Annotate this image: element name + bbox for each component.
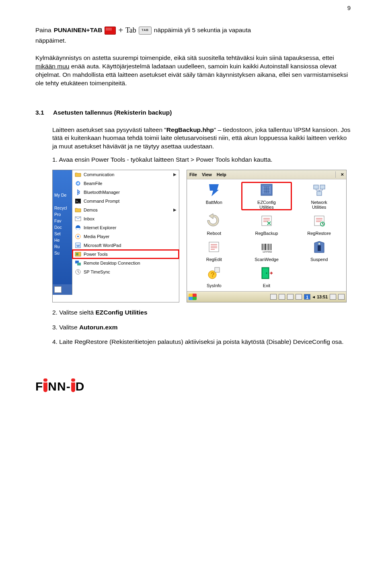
menu-item-label: BluetoothManager [84, 189, 120, 195]
svg-rect-12 [77, 263, 81, 265]
desktop-cut-label: He [54, 237, 72, 243]
logo-i-icon [43, 382, 47, 392]
lead-bold-combo: PUNAINEN+TAB [54, 26, 103, 35]
footer-logo: F NN- D [35, 378, 351, 395]
programs-menu: Communication▶BeamFileBluetoothManager>_… [72, 170, 179, 295]
tool-label: Reboot [207, 231, 221, 236]
menu-item-beamfile[interactable]: BeamFile [72, 179, 179, 188]
tool-reboot[interactable]: Reboot [189, 214, 239, 236]
menubar: File View Help × [187, 170, 346, 179]
menu-item-demos[interactable]: Demos▶ [72, 206, 179, 214]
chevron-right-icon: ▶ [173, 172, 177, 177]
desktop-cut-label: Recycl [54, 205, 72, 211]
menu-item-label: BeamFile [84, 181, 102, 187]
menu-item-inbox[interactable]: Inbox [72, 214, 179, 223]
start-flag-icon[interactable] [189, 294, 197, 300]
tray-icon[interactable] [287, 294, 294, 300]
menu-item-power-tools[interactable]: Power Tools [72, 250, 179, 259]
desktop-cut-label: Su [54, 250, 72, 256]
svg-rect-16 [314, 185, 318, 189]
tool-sysinfo[interactable]: ?SysInfo [189, 266, 239, 288]
menu-item-label: Remote Desktop Connection [84, 260, 140, 266]
menu-item-label: Media Player [84, 234, 109, 240]
step-2: 2. Valitse sieltä EZConfig Utilities [52, 308, 351, 317]
taskbar-clock: 13:51 [317, 294, 328, 300]
plus-icon: + [118, 25, 123, 36]
menu-item-label: Inbox [84, 216, 94, 222]
screenshot-power-tools: File View Help × BattMonEZConfigUtilitie… [187, 170, 347, 302]
menu-item-internet-explorer[interactable]: Internet Explorer [72, 223, 179, 232]
menu-item-media-player[interactable]: Media Player [72, 232, 179, 241]
tool-ezconfig-utilities[interactable]: EZConfigUtilities [242, 183, 292, 210]
paragraph-2: Laitteen asetukset saa pysyvästi talteen… [52, 126, 351, 151]
tool-label: RegBackup [255, 231, 278, 236]
tool-regrestore[interactable]: RegRestore [294, 214, 344, 236]
tool-exit[interactable]: Exit [242, 266, 292, 288]
chevron-left-icon[interactable]: ◂ [312, 294, 315, 300]
tool-label: SysInfo [207, 283, 222, 288]
close-icon[interactable]: × [341, 171, 344, 178]
tool-regbackup[interactable]: RegBackup [242, 214, 292, 236]
page-number: 9 [347, 4, 351, 12]
tray-icon[interactable] [296, 294, 302, 300]
step-3: 3. Valitse Autorun.exm [52, 323, 351, 332]
menu-item-label: Microsoft WordPad [84, 243, 121, 249]
svg-rect-30 [263, 268, 268, 278]
svg-point-31 [266, 272, 267, 273]
svg-rect-18 [317, 191, 322, 195]
tool-icon [207, 214, 221, 230]
desktop-cut-label: Ru [54, 244, 72, 250]
step2-bold: EZConfig Utilities [95, 309, 147, 316]
menu-item-microsoft-wordpad[interactable]: WMicrosoft WordPad [72, 241, 179, 250]
taskbar: 1 ◂ 13:51 [187, 291, 346, 302]
desktop-cut-label: Fav [54, 218, 72, 224]
menu-item-sp-timesync[interactable]: SP TimeSync [72, 267, 179, 276]
step3-a: 3. Valitse [52, 324, 79, 331]
tool-scanwedge[interactable]: 1247902ScanWedge [242, 240, 292, 262]
divider-icon [335, 171, 336, 178]
svg-rect-22 [209, 242, 219, 252]
menu-item-communication[interactable]: Communication▶ [72, 170, 179, 179]
tool-regedit[interactable]: RegEdit [189, 240, 239, 262]
tool-suspend[interactable]: Suspend [294, 240, 344, 262]
menu-help[interactable]: Help [217, 172, 226, 178]
app-icon [75, 251, 81, 257]
menu-file[interactable]: File [189, 172, 197, 178]
svg-rect-28 [215, 267, 220, 272]
section-title: Asetusten tallennus (Rekisterin backup) [53, 109, 172, 117]
tool-icon: ? [207, 266, 221, 282]
tool-icon [207, 183, 221, 199]
underlined-text: mikään muu [35, 63, 69, 70]
lead-tail: näppäimiä yli 5 sekuntia ja vapauta [154, 26, 251, 35]
menu-item-label: Internet Explorer [84, 225, 116, 231]
tray-icon[interactable] [330, 294, 336, 300]
svg-text:W: W [76, 244, 80, 248]
tray-icon[interactable] [338, 294, 345, 300]
logo-i-icon [71, 382, 75, 392]
tray-icon[interactable] [270, 294, 277, 300]
tool-icon: 1247902 [259, 240, 274, 256]
menu-item-label: Power Tools [84, 251, 108, 257]
step2-a: 2. Valitse sieltä [52, 309, 95, 316]
lead-block: Paina PUNAINEN+TAB + Tab TAB näppäimiä y… [35, 25, 351, 45]
menu-item-label: Command Prompt [84, 198, 119, 204]
app-icon [75, 260, 81, 266]
desktop-cut-column: My DeRecyclProFavDocSetHeRuSu [53, 170, 72, 295]
tool-label: RegEdit [206, 257, 222, 262]
tray-icon[interactable] [279, 294, 285, 300]
menu-item-remote-desktop-connection[interactable]: Remote Desktop Connection [72, 259, 179, 267]
menu-item-bluetoothmanager[interactable]: BluetoothManager [72, 188, 179, 197]
para2-a: Laitteen asetukset saa pysyvästi talteen… [52, 126, 166, 133]
tool-network-utilities[interactable]: NetworkUtilities [294, 183, 344, 210]
tool-icon [259, 183, 274, 199]
tray-icon[interactable]: 1 [304, 294, 310, 300]
lead-prefix: Paina [35, 26, 51, 35]
tool-battmon[interactable]: BattMon [189, 183, 239, 210]
menu-item-command-prompt[interactable]: >_Command Prompt [72, 197, 179, 206]
lead-line2: näppäimet. [35, 37, 351, 45]
app-icon: W [75, 242, 81, 249]
svg-text:1247902: 1247902 [263, 251, 272, 253]
step3-bold: Autorun.exm [79, 324, 118, 331]
menu-view[interactable]: View [202, 172, 212, 178]
logo-text-pre: F [35, 378, 43, 395]
